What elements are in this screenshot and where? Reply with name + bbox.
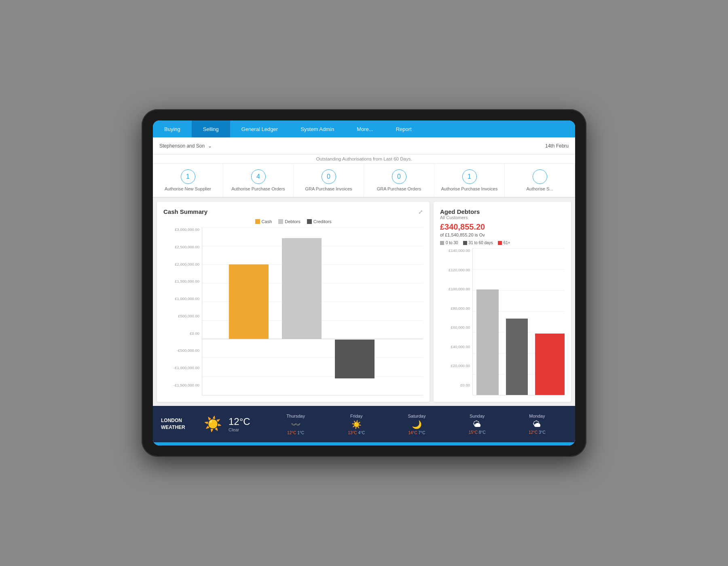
main-content: Cash Summary ⤢ Cash Debtors Creditors <box>153 198 575 406</box>
chart-legend: Cash Debtors Creditors <box>163 219 423 224</box>
banner-text: Outstanding Authorisations from Last 60 … <box>316 156 412 161</box>
bar-creditors <box>335 340 375 378</box>
cash-y-axis: £3,000,000.00 £2,500,000.00 £2,000,000.0… <box>163 227 202 395</box>
legend-creditors-label: Creditors <box>313 219 332 224</box>
forecast-saturday: Saturday 🌙 14°C 7°C <box>408 414 425 435</box>
forecast-thursday: Thursday 〰️ 12°C 1°C <box>286 414 305 435</box>
all-customers-label: All Customers <box>440 215 565 220</box>
bar-cash <box>229 264 269 339</box>
nav-item-system-admin[interactable]: System Admin <box>289 120 345 137</box>
weather-temp-main: 12°C <box>229 416 265 427</box>
aged-debtors-title: Aged Debtors <box>440 208 565 215</box>
aged-grid-line <box>473 269 565 270</box>
forecast-sunday: Sunday 🌥 15°C 8°C <box>469 414 486 435</box>
overdue-label: of £1,540,855.20 is Ov <box>440 232 565 237</box>
aged-bar-31-60 <box>506 319 528 395</box>
aged-bar-61plus <box>535 334 565 395</box>
weather-location: LONDONWEATHER <box>161 417 197 431</box>
aged-bar-0-30 <box>476 289 498 395</box>
auth-card[interactable]: Authorise S... <box>505 164 575 197</box>
nav-item-selling[interactable]: Selling <box>192 120 230 137</box>
expand-icon[interactable]: ⤢ <box>418 209 423 215</box>
auth-card[interactable]: 4 Authorise Purchase Orders <box>223 164 294 197</box>
legend-creditors-dot <box>307 219 312 224</box>
auth-card-count: 0 <box>322 169 336 184</box>
aged-debtors-panel: Aged Debtors All Customers £340,855.20 o… <box>434 202 571 402</box>
device-frame: BuyingSellingGeneral LedgerSystem AdminM… <box>142 109 586 457</box>
grid-line <box>202 227 423 228</box>
overdue-text: of £1,540,855.20 is Ov <box>440 232 485 237</box>
nav-item-buying[interactable]: Buying <box>153 120 192 137</box>
aged-grid-line <box>473 248 565 249</box>
weather-bar: LONDONWEATHER ☀️ 12°C Clear Thursday 〰️ … <box>153 406 575 442</box>
legend-creditors: Creditors <box>307 219 332 224</box>
cash-summary-title: Cash Summary <box>163 208 207 215</box>
panel-header: Cash Summary ⤢ <box>163 208 423 215</box>
zero-line <box>202 339 423 339</box>
auth-card-count: 0 <box>392 169 406 184</box>
aged-legend-61plus: 61+ <box>498 241 510 245</box>
auth-card[interactable]: 0 GRA Purchase Invoices <box>294 164 364 197</box>
aged-dot-31-60 <box>463 241 467 245</box>
auth-card-label: GRA Purchase Invoices <box>305 186 352 191</box>
weather-forecast: Thursday 〰️ 12°C 1°C Friday ☀️ 13°C 4°C <box>265 414 567 435</box>
nav-item-general-ledger[interactable]: General Ledger <box>230 120 289 137</box>
date-label: 14th Febru <box>545 143 569 149</box>
grid-line <box>202 376 423 377</box>
company-select[interactable]: Stephenson and Son ⌄ <box>159 143 212 149</box>
legend-debtors-label: Debtors <box>285 219 301 224</box>
auth-card[interactable]: 1 Authorise Purchase Invoices <box>434 164 505 197</box>
auth-card-label: Authorise Purchase Invoices <box>441 186 497 191</box>
legend-cash-label: Cash <box>262 219 272 224</box>
nav-item-more...[interactable]: More... <box>345 120 384 137</box>
grid-line <box>202 357 423 358</box>
auth-card[interactable]: 0 GRA Purchase Orders <box>364 164 434 197</box>
auth-banner: Outstanding Authorisations from Last 60 … <box>153 154 575 164</box>
weather-current: 12°C Clear <box>229 416 265 432</box>
bar-debtors <box>282 238 322 339</box>
auth-card-count: 1 <box>181 169 195 184</box>
auth-card-label: Authorise S... <box>526 186 553 191</box>
cash-summary-panel: Cash Summary ⤢ Cash Debtors Creditors <box>157 202 430 402</box>
footer-strip <box>153 442 575 446</box>
nav-item-report[interactable]: Report <box>385 120 423 137</box>
auth-card-label: GRA Purchase Orders <box>377 186 421 191</box>
aged-legend: 0 to 30 31 to 60 days 61+ <box>440 241 565 245</box>
aged-bar-area: £140,000.00 £120,000.00 £100,000.00 £80,… <box>440 248 565 395</box>
auth-cards-row: 1 Authorise New Supplier 4 Authorise Pur… <box>153 164 575 198</box>
aged-legend-31-60: 31 to 60 days <box>463 241 493 245</box>
auth-card-label: Authorise Purchase Orders <box>231 186 285 191</box>
aged-dot-61plus <box>498 241 502 245</box>
cash-bars-container <box>202 227 423 395</box>
legend-cash-dot <box>255 219 260 224</box>
weather-desc: Clear <box>229 427 265 432</box>
aged-legend-0-30: 0 to 30 <box>440 241 458 245</box>
auth-card-count: 4 <box>251 169 266 184</box>
company-name: Stephenson and Son <box>159 143 205 149</box>
screen: BuyingSellingGeneral LedgerSystem AdminM… <box>153 120 575 446</box>
overdue-amount: £340,855.20 <box>440 222 565 232</box>
toolbar: Stephenson and Son ⌄ 14th Febru <box>153 137 575 154</box>
auth-card-label: Authorise New Supplier <box>165 186 211 191</box>
legend-cash: Cash <box>255 219 272 224</box>
forecast-friday: Friday ☀️ 13°C 4°C <box>348 414 365 435</box>
auth-card-count <box>533 169 547 184</box>
legend-debtors-dot <box>278 219 283 224</box>
legend-debtors: Debtors <box>278 219 301 224</box>
auth-card-count: 1 <box>462 169 477 184</box>
aged-dot-0-30 <box>440 241 444 245</box>
dropdown-icon: ⌄ <box>208 143 212 149</box>
cash-bar-chart: £3,000,000.00 £2,500,000.00 £2,000,000.0… <box>163 227 423 395</box>
forecast-monday: Monday 🌥 12°C 3°C <box>529 414 546 435</box>
aged-y-axis: £140,000.00 £120,000.00 £100,000.00 £80,… <box>440 248 472 395</box>
auth-card[interactable]: 1 Authorise New Supplier <box>153 164 223 197</box>
nav-bar: BuyingSellingGeneral LedgerSystem AdminM… <box>153 120 575 137</box>
weather-icon-main: ☀️ <box>204 416 222 433</box>
aged-bars-container <box>472 248 565 395</box>
